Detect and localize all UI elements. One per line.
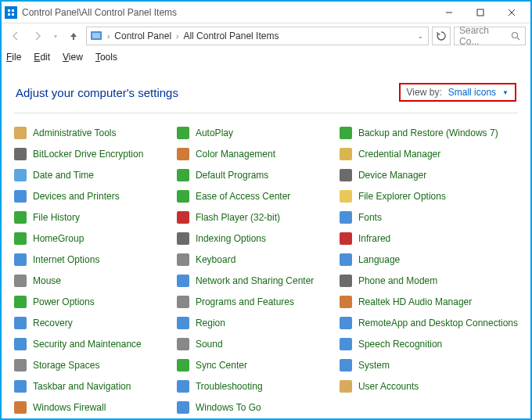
recent-dropdown[interactable]: ▾ (50, 27, 61, 45)
cp-item-programs-and-features[interactable]: Programs and Features (177, 295, 330, 309)
item-label: BitLocker Drive Encryption (33, 149, 143, 160)
item-label: Language (358, 254, 400, 265)
cp-item-security-and-maintenance[interactable]: Security and Maintenance (14, 337, 167, 351)
cp-item-taskbar-and-navigation[interactable]: Taskbar and Navigation (14, 379, 167, 393)
item-label: Ease of Access Center (196, 191, 290, 202)
titlebar: Control Panel\All Control Panel Items (2, 2, 530, 23)
item-icon (14, 275, 27, 287)
address-dropdown-icon[interactable]: ⌄ (418, 33, 425, 40)
view-by-value: Small icons (448, 87, 496, 98)
cp-item-power-options[interactable]: Power Options (14, 295, 167, 309)
item-icon (14, 148, 27, 160)
item-label: Region (196, 318, 225, 328)
item-label: Speech Recognition (358, 339, 442, 350)
menu-edit[interactable]: Edit (34, 52, 50, 63)
content-area: Adjust your computer's settings View by:… (2, 66, 530, 420)
item-icon (340, 232, 352, 245)
item-icon (14, 296, 27, 308)
cp-item-sync-center[interactable]: Sync Center (177, 358, 330, 372)
menubar: File Edit View Tools (2, 48, 530, 66)
minimize-button[interactable] (433, 2, 465, 23)
item-icon (177, 296, 189, 308)
cp-item-backup-and-restore-windows-7[interactable]: Backup and Restore (Windows 7) (340, 126, 518, 140)
items-grid: Administrative ToolsAutoPlayBackup and R… (14, 126, 518, 415)
cp-item-windows-firewall[interactable]: Windows Firewall (14, 400, 167, 415)
menu-file[interactable]: File (6, 52, 21, 63)
item-label: Flash Player (32-bit) (196, 212, 280, 223)
cp-item-date-and-time[interactable]: Date and Time (14, 168, 167, 182)
item-icon (14, 232, 27, 245)
svg-point-10 (512, 33, 518, 38)
cp-item-file-explorer-options[interactable]: File Explorer Options (340, 189, 518, 203)
cp-item-remoteapp-and-desktop-connections[interactable]: RemoteApp and Desktop Connections (340, 316, 518, 330)
cp-item-fonts[interactable]: Fonts (340, 210, 518, 224)
item-icon (340, 169, 352, 181)
cp-item-infrared[interactable]: Infrared (340, 232, 518, 246)
cp-item-credential-manager[interactable]: Credential Manager (340, 147, 518, 161)
control-panel-icon (5, 6, 17, 19)
item-icon (14, 338, 27, 350)
item-label: Default Programs (196, 170, 268, 181)
item-icon (177, 275, 189, 287)
item-icon (340, 359, 352, 372)
cp-item-sound[interactable]: Sound (177, 337, 330, 351)
item-label: RemoteApp and Desktop Connections (358, 318, 518, 328)
item-label: Taskbar and Navigation (33, 381, 131, 392)
menu-view[interactable]: View (63, 52, 83, 63)
cp-item-flash-player-32-bit[interactable]: Flash Player (32-bit) (177, 210, 330, 224)
cp-item-windows-to-go[interactable]: Windows To Go (177, 400, 330, 415)
cp-item-ease-of-access-center[interactable]: Ease of Access Center (177, 189, 330, 203)
item-label: Infrared (358, 233, 390, 244)
cp-item-region[interactable]: Region (177, 316, 330, 330)
breadcrumb-all-items[interactable]: All Control Panel Items (183, 31, 279, 41)
cp-item-bitlocker-drive-encryption[interactable]: BitLocker Drive Encryption (14, 147, 167, 161)
maximize-button[interactable] (465, 2, 496, 23)
cp-item-storage-spaces[interactable]: Storage Spaces (14, 358, 167, 372)
search-input[interactable]: Search Co... (454, 27, 526, 45)
refresh-button[interactable] (432, 27, 451, 45)
cp-item-realtek-hd-audio-manager[interactable]: Realtek HD Audio Manager (340, 295, 518, 309)
svg-rect-5 (477, 9, 483, 16)
cp-item-user-accounts[interactable]: User Accounts (340, 379, 518, 393)
item-icon (340, 317, 352, 329)
item-icon (177, 148, 189, 160)
cp-item-system[interactable]: System (340, 358, 518, 372)
view-by-label: View by: (407, 87, 442, 98)
item-icon (177, 232, 189, 245)
cp-item-administrative-tools[interactable]: Administrative Tools (14, 126, 167, 140)
cp-item-language[interactable]: Language (340, 253, 518, 267)
item-label: Storage Spaces (33, 360, 99, 371)
view-by-selector[interactable]: View by: Small icons ▼ (399, 83, 516, 102)
forward-button[interactable] (28, 27, 47, 45)
item-icon (14, 211, 27, 224)
cp-item-file-history[interactable]: File History (14, 210, 167, 224)
menu-tools[interactable]: Tools (95, 52, 117, 63)
item-label: Administrative Tools (33, 127, 117, 138)
breadcrumb-control-panel[interactable]: Control Panel (114, 31, 171, 41)
cp-item-color-management[interactable]: Color Management (177, 147, 330, 161)
item-label: Realtek HD Audio Manager (358, 296, 472, 307)
item-icon (340, 296, 352, 308)
item-label: Credential Manager (358, 149, 440, 160)
back-button[interactable] (6, 27, 25, 45)
cp-item-mouse[interactable]: Mouse (14, 274, 167, 288)
cp-item-homegroup[interactable]: HomeGroup (14, 232, 167, 246)
cp-item-devices-and-printers[interactable]: Devices and Printers (14, 189, 167, 203)
item-label: Network and Sharing Center (196, 275, 314, 286)
item-label: File Explorer Options (358, 191, 446, 202)
cp-item-autoplay[interactable]: AutoPlay (177, 126, 330, 140)
cp-item-internet-options[interactable]: Internet Options (14, 253, 167, 267)
cp-item-indexing-options[interactable]: Indexing Options (177, 232, 330, 246)
cp-item-network-and-sharing-center[interactable]: Network and Sharing Center (177, 274, 330, 288)
item-icon (340, 190, 352, 203)
up-button[interactable] (64, 27, 83, 45)
cp-item-device-manager[interactable]: Device Manager (340, 168, 518, 182)
cp-item-default-programs[interactable]: Default Programs (177, 168, 330, 182)
cp-item-recovery[interactable]: Recovery (14, 316, 167, 330)
address-bar[interactable]: › Control Panel › All Control Panel Item… (86, 27, 429, 45)
cp-item-troubleshooting[interactable]: Troubleshooting (177, 379, 330, 393)
cp-item-keyboard[interactable]: Keyboard (177, 253, 330, 267)
close-button[interactable] (496, 2, 527, 23)
cp-item-speech-recognition[interactable]: Speech Recognition (340, 337, 518, 351)
cp-item-phone-and-modem[interactable]: Phone and Modem (340, 274, 518, 288)
